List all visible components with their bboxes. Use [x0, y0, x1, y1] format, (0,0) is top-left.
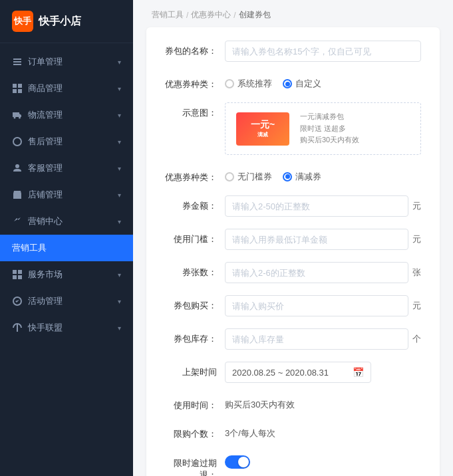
- toggle-switch[interactable]: [225, 455, 250, 469]
- svg-point-8: [19, 117, 21, 119]
- count-unit: 张: [412, 267, 421, 279]
- preview-line2: 限时送 送超多: [300, 123, 359, 135]
- stock-label: 券包库存：: [165, 328, 225, 345]
- purchase-price-unit: 元: [412, 300, 421, 312]
- limit-row: 限购个数： 3个/每人每次: [165, 423, 421, 440]
- sidebar-item-product[interactable]: 商品管理 ▾: [0, 75, 133, 102]
- amount-control: 元: [225, 195, 421, 217]
- coupon-name-input[interactable]: [225, 41, 421, 62]
- limit-value: 3个/每人每次: [225, 423, 421, 439]
- sidebar-label-alliance: 快手联盟: [28, 322, 63, 334]
- radio-label-no-threshold: 无门槛券: [237, 171, 272, 183]
- radio-custom[interactable]: 自定义: [283, 78, 321, 90]
- svg-rect-3: [13, 84, 17, 88]
- chevron-icon-logistics: ▾: [118, 112, 121, 119]
- chevron-icon-customer: ▾: [118, 165, 121, 172]
- preview-desc: 一元满减券包 限时送 送超多 购买后30天内有效: [300, 111, 359, 146]
- svg-rect-6: [18, 89, 22, 93]
- radio-full-discount[interactable]: 满减券: [283, 171, 321, 183]
- chevron-icon-marketing: ▾: [118, 218, 121, 225]
- svg-point-10: [15, 164, 19, 168]
- use-time-row: 使用时间： 购买后30天内有效: [165, 395, 421, 412]
- sidebar-label-marketing-tools: 营销工具: [12, 242, 47, 254]
- threshold-unit: 元: [412, 233, 421, 245]
- radio-dot-custom: [285, 82, 290, 86]
- count-control: 张: [225, 262, 421, 283]
- coupon-type-label: 优惠券种类：: [165, 74, 225, 90]
- time-label: 上架时间: [165, 362, 225, 378]
- limit-control: 3个/每人每次: [225, 423, 421, 439]
- sidebar-item-customer[interactable]: 客服管理 ▾: [0, 155, 133, 181]
- purchase-price-control: 元: [225, 295, 421, 316]
- svg-rect-11: [13, 270, 17, 274]
- use-time-value: 购买后30天内有效: [225, 395, 421, 411]
- sidebar-item-logistics[interactable]: 物流管理 ▾: [0, 102, 133, 128]
- count-input[interactable]: [225, 262, 408, 283]
- form-card: 券包的名称： 优惠券种类： 系统推荐 自定义: [146, 27, 440, 476]
- stock-control: 个: [225, 328, 421, 350]
- radio-circle-custom: [283, 79, 292, 88]
- radio-no-threshold[interactable]: 无门槛券: [225, 171, 272, 183]
- chevron-icon-alliance: ▾: [118, 324, 121, 332]
- chevron-icon-activity: ▾: [118, 298, 121, 305]
- chevron-icon-aftersale: ▾: [118, 138, 121, 146]
- sidebar-item-activity[interactable]: 活动管理 ▾: [0, 288, 133, 314]
- radio-label-full-discount: 满减券: [295, 171, 321, 183]
- sidebar-item-order[interactable]: 订单管理 ▾: [0, 49, 133, 75]
- svg-rect-4: [18, 84, 22, 88]
- date-field[interactable]: 2020.08.25 ~ 2020.08.31 📅: [225, 362, 371, 383]
- use-time-label: 使用时间：: [165, 395, 225, 412]
- threshold-row: 使用门槛： 元: [165, 229, 421, 250]
- preview-line1: 一元满减券包: [300, 111, 359, 123]
- chevron-icon-product: ▾: [118, 85, 121, 92]
- coupon-name-label: 券包的名称：: [165, 41, 225, 57]
- radio-system[interactable]: 系统推荐: [225, 78, 272, 90]
- toggle-knob: [238, 457, 249, 467]
- limit-label: 限购个数：: [165, 423, 225, 440]
- sidebar-item-alliance[interactable]: 快手联盟 ▾: [0, 314, 133, 341]
- sidebar-label-logistics: 物流管理: [28, 109, 63, 121]
- svg-rect-1: [13, 61, 21, 62]
- sidebar-label-service-market: 服务市场: [28, 269, 63, 281]
- amount-row: 券金额： 元: [165, 195, 421, 217]
- shop-icon: [12, 189, 23, 200]
- threshold-control: 元: [225, 229, 421, 250]
- threshold-input[interactable]: [225, 229, 408, 250]
- count-label: 券张数：: [165, 262, 225, 279]
- sidebar-label-order: 订单管理: [28, 56, 63, 68]
- breadcrumb-item-2[interactable]: 优惠券中心: [191, 9, 231, 21]
- coupon-category-control: 无门槛券 满减券: [225, 167, 421, 183]
- svg-rect-0: [13, 59, 21, 60]
- svg-rect-13: [13, 275, 17, 279]
- sidebar-item-service-market[interactable]: 服务市场 ▾: [0, 261, 133, 288]
- preview-label: 示意图：: [165, 102, 225, 119]
- coupon-name-control: [225, 41, 421, 62]
- breadcrumb: 营销工具 / 优惠券中心 / 创建券包: [133, 0, 453, 27]
- count-row: 券张数： 张: [165, 262, 421, 283]
- logistics-icon: [12, 110, 23, 120]
- svg-rect-2: [13, 64, 21, 65]
- sidebar-item-marketing[interactable]: 营销中心 ▾: [0, 208, 133, 235]
- purchase-price-row: 券包购买： 元: [165, 295, 421, 316]
- service-icon: [12, 269, 23, 280]
- amount-input[interactable]: [225, 195, 408, 217]
- stock-input[interactable]: [225, 328, 408, 350]
- sidebar-item-marketing-tools[interactable]: 营销工具: [0, 235, 133, 261]
- customer-icon: [12, 163, 23, 174]
- preview-row: 示意图： 一元~ 满减 一元满减券包 限时送 送超多 购买后30天内有效: [165, 102, 421, 155]
- radio-label-system: 系统推荐: [237, 78, 272, 90]
- marketing-icon: [12, 216, 23, 227]
- coupon-name-row: 券包的名称：: [165, 41, 421, 62]
- purchase-price-input[interactable]: [225, 295, 408, 316]
- radio-dot-full-discount: [285, 174, 290, 179]
- radio-circle-system: [225, 79, 234, 88]
- breadcrumb-item-1[interactable]: 营销工具: [152, 9, 184, 21]
- order-icon: [12, 57, 23, 67]
- sidebar-item-shop[interactable]: 店铺管理 ▾: [0, 181, 133, 208]
- logo-icon: 快手: [12, 11, 33, 32]
- breadcrumb-sep-1: /: [186, 11, 188, 20]
- sidebar-item-aftersale[interactable]: 售后管理 ▾: [0, 128, 133, 155]
- stock-unit: 个: [412, 333, 421, 345]
- threshold-label: 使用门槛：: [165, 229, 225, 245]
- breadcrumb-current: 创建券包: [239, 9, 271, 21]
